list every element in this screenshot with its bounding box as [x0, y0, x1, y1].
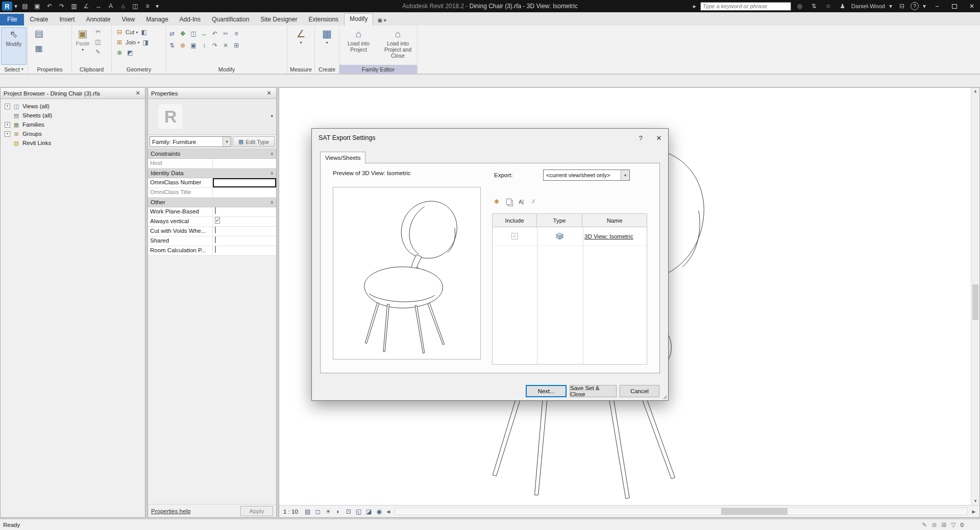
search-input[interactable]: [700, 2, 791, 11]
redo-icon[interactable]: ↷: [56, 1, 67, 11]
reveal-hidden-elements-icon[interactable]: ◉: [375, 507, 384, 516]
ribbon-display-toggle-icon[interactable]: ▣ ▾: [373, 15, 390, 26]
new-set-icon[interactable]: ✱: [492, 197, 501, 206]
load-into-project-button[interactable]: ⌂ Load into Project: [340, 27, 377, 65]
host-value[interactable]: [213, 159, 276, 168]
join-geometry-button[interactable]: ⊞ Join ▾ ◨: [115, 37, 165, 47]
favorites-star-icon[interactable]: ☆: [823, 1, 834, 11]
always-vertical-checkbox[interactable]: ✓: [215, 217, 220, 224]
scroll-up-icon[interactable]: ▲: [971, 88, 979, 95]
tab-view[interactable]: View: [116, 14, 140, 26]
horizontal-scroll-thumb[interactable]: [721, 508, 788, 515]
customize-qat-icon[interactable]: ▾: [154, 1, 160, 11]
tree-item-views[interactable]: + ◫ Views (all): [1, 102, 145, 111]
section-constraints[interactable]: Constraints ∧: [148, 149, 276, 159]
open-icon[interactable]: ▤: [19, 1, 31, 11]
detail-level-icon[interactable]: ▤: [303, 507, 312, 516]
app-menu-arrow-icon[interactable]: ▾: [13, 1, 18, 11]
rotate-icon[interactable]: ↶: [210, 29, 219, 38]
rename-set-icon[interactable]: A|: [517, 197, 526, 206]
tree-item-revit-links[interactable]: ▧ Revit Links: [1, 138, 145, 148]
tab-quantification[interactable]: Quantification: [206, 14, 255, 26]
align-icon[interactable]: ⇄: [167, 29, 177, 38]
cut-to-clipboard-icon[interactable]: ✂: [93, 27, 103, 36]
press-drag-icon[interactable]: ⊞: [941, 521, 946, 528]
tab-file[interactable]: File: [0, 14, 24, 26]
expand-icon[interactable]: +: [5, 131, 10, 137]
dialog-close-icon[interactable]: ✕: [650, 130, 668, 146]
tree-item-sheets[interactable]: ▤ Sheets (all): [1, 111, 145, 120]
signed-in-user[interactable]: Daniel-Wood: [851, 3, 885, 9]
scale-icon[interactable]: ↕: [200, 41, 209, 50]
tab-modify[interactable]: Modify: [344, 13, 373, 26]
match-type-icon[interactable]: ✎: [93, 47, 103, 57]
create-group-button[interactable]: ▦ ▾: [318, 27, 336, 65]
save-icon[interactable]: ▣: [32, 1, 43, 11]
array-icon[interactable]: ▣: [189, 41, 198, 50]
scroll-right-icon[interactable]: ▶: [970, 509, 977, 514]
paste-button[interactable]: ▣ Paste ▾: [73, 27, 92, 65]
save-set-close-button[interactable]: Save Set & Close: [570, 385, 617, 397]
exchange-apps-icon[interactable]: ⇅: [808, 1, 820, 11]
trim-icon[interactable]: ≡: [232, 29, 241, 38]
expand-icon[interactable]: +: [5, 122, 10, 128]
demolish-icon[interactable]: ⊕: [115, 48, 124, 57]
shared-checkbox[interactable]: [215, 236, 216, 243]
horizontal-scrollbar[interactable]: [395, 508, 968, 515]
type-preview-arrow-icon[interactable]: ▾: [271, 113, 273, 118]
move-icon[interactable]: ✥: [178, 29, 187, 38]
expand-icon[interactable]: +: [5, 104, 10, 109]
tab-create[interactable]: Create: [24, 14, 54, 26]
properties-palette-icon[interactable]: ▤: [32, 27, 45, 40]
type-selector[interactable]: Family: Furniture ▾: [150, 136, 231, 147]
wall-joins-icon[interactable]: ◩: [126, 48, 135, 57]
scroll-down-icon[interactable]: ▼: [971, 498, 979, 505]
project-browser-close-icon[interactable]: ✕: [134, 90, 142, 97]
tree-item-groups[interactable]: + ⊞ Groups: [1, 129, 145, 138]
maximize-button[interactable]: [947, 0, 962, 12]
load-into-project-and-close-button[interactable]: ⌂ Load into Project and Close: [380, 27, 416, 65]
project-browser-header[interactable]: Project Browser - Dining Chair (3).rfa ✕: [1, 88, 145, 99]
tab-annotate[interactable]: Annotate: [80, 14, 116, 26]
modify-tool-button[interactable]: ⇖ Modify: [1, 27, 27, 65]
section-identity-data[interactable]: Identity Data ∧: [148, 168, 276, 178]
show-crop-region-icon[interactable]: ◱: [354, 507, 363, 516]
duplicate-set-icon[interactable]: [504, 197, 513, 206]
help-menu-arrow-icon[interactable]: ▾: [922, 1, 927, 11]
print-icon[interactable]: ▥: [68, 1, 80, 11]
section-other[interactable]: Other ∧: [148, 198, 276, 207]
text-icon[interactable]: A: [105, 1, 116, 11]
table-row[interactable]: ✓ 3D View: Isometric: [493, 227, 647, 246]
search-binoculars-icon[interactable]: ◎: [794, 1, 805, 11]
properties-help-link[interactable]: Properties help: [151, 508, 190, 514]
collapse-icon[interactable]: ∧: [270, 171, 274, 176]
editable-only-icon[interactable]: ✎: [922, 521, 927, 528]
mirror-icon[interactable]: ⇅: [167, 41, 177, 50]
type-selector-arrow-icon[interactable]: ▾: [223, 137, 231, 147]
thin-lines-icon[interactable]: ≡: [142, 1, 153, 11]
cancel-button[interactable]: Cancel: [620, 385, 659, 397]
tab-site-designer[interactable]: Site Designer: [255, 14, 303, 26]
tab-views-sheets[interactable]: Views/Sheets: [320, 152, 365, 163]
visual-style-icon[interactable]: ◻: [313, 507, 323, 516]
tab-add-ins[interactable]: Add-Ins: [174, 14, 206, 26]
family-types-icon[interactable]: ▦: [32, 41, 45, 55]
cut-geometry-button[interactable]: ⊟ Cut ▾ ◧: [115, 27, 165, 37]
temporary-hide-isolate-icon[interactable]: ◪: [364, 507, 374, 516]
resize-grip[interactable]: ◢: [663, 394, 667, 399]
selection-filter-icon[interactable]: ▽: [951, 521, 955, 528]
measure-button[interactable]: ∠ ▾: [292, 27, 310, 65]
search-expand-icon[interactable]: ▸: [692, 1, 697, 11]
scroll-left-icon[interactable]: ◀: [385, 509, 392, 514]
export-scope-dropdown[interactable]: <current view/sheet only> ▾: [543, 170, 630, 181]
omniclass-number-input[interactable]: [213, 178, 276, 187]
vertical-scroll-thumb[interactable]: [972, 284, 978, 320]
dialog-title-bar[interactable]: SAT Export Settings ? ✕: [312, 129, 668, 147]
tab-extensions[interactable]: Extensions: [303, 14, 344, 26]
vertical-scrollbar[interactable]: ▲ ▼: [971, 88, 979, 505]
user-menu-arrow-icon[interactable]: ▾: [888, 1, 893, 11]
pin-icon[interactable]: ⊗: [178, 41, 187, 50]
delete-set-icon[interactable]: ✗: [529, 197, 538, 206]
crop-view-icon[interactable]: ⊡: [344, 507, 353, 516]
copy-to-clipboard-icon[interactable]: ◫: [93, 37, 103, 46]
